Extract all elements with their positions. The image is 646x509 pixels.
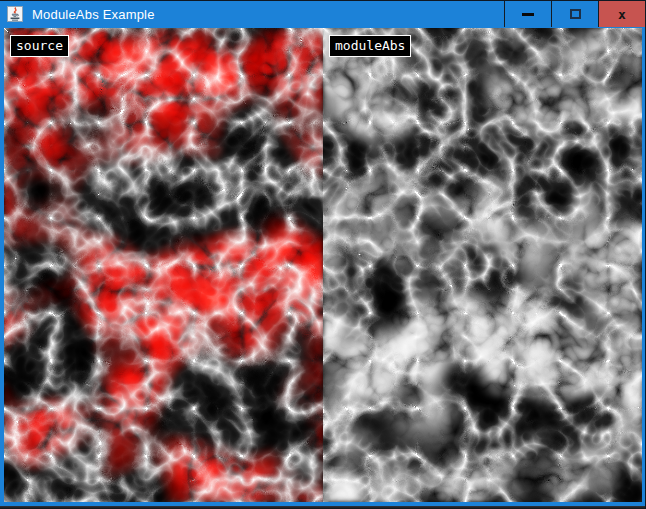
minimize-button[interactable]	[504, 1, 551, 27]
source-label: source	[10, 35, 69, 57]
moduleabs-label: moduleAbs	[329, 35, 411, 57]
close-icon: x	[618, 8, 626, 21]
minimize-icon	[522, 13, 534, 16]
java-coffee-cup-icon[interactable]	[7, 6, 23, 22]
app-window: ModuleAbs Example x	[0, 0, 646, 509]
close-button[interactable]: x	[598, 1, 645, 27]
maximize-icon	[570, 9, 581, 19]
moduleabs-image	[323, 28, 642, 502]
panel-moduleabs: moduleAbs	[323, 28, 642, 502]
titlebar[interactable]: ModuleAbs Example x	[0, 1, 645, 27]
panel-source: source	[4, 28, 323, 502]
maximize-button[interactable]	[551, 1, 598, 27]
source-image	[4, 28, 323, 502]
window-title: ModuleAbs Example	[32, 7, 155, 22]
window-controls: x	[504, 1, 645, 27]
content-area: source	[0, 28, 645, 502]
